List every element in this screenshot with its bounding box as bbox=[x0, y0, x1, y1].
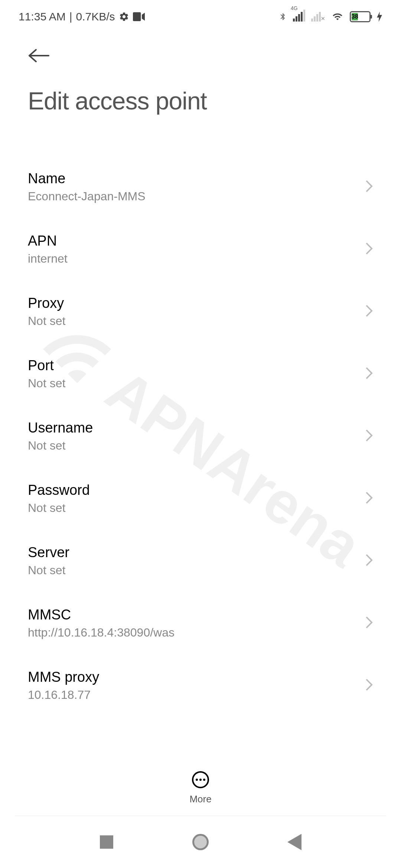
apn-name-row[interactable]: Name Econnect-Japan-MMS bbox=[0, 156, 401, 218]
status-data-rate: 0.7KB/s bbox=[76, 10, 115, 23]
mmsc-row[interactable]: MMSC http://10.16.18.4:38090/was bbox=[0, 592, 401, 654]
chevron-right-icon bbox=[365, 242, 373, 257]
chevron-right-icon bbox=[365, 304, 373, 319]
settings-gear-icon bbox=[119, 11, 129, 22]
mms-proxy-label: MMS proxy bbox=[28, 669, 358, 685]
chevron-right-icon bbox=[365, 616, 373, 631]
server-value: Not set bbox=[28, 563, 358, 577]
server-row[interactable]: Server Not set bbox=[0, 530, 401, 592]
square-icon bbox=[100, 835, 113, 849]
chevron-right-icon bbox=[365, 491, 373, 506]
port-label: Port bbox=[28, 358, 358, 374]
chevron-right-icon bbox=[365, 553, 373, 568]
password-row[interactable]: Password Not set bbox=[0, 467, 401, 530]
chevron-right-icon bbox=[365, 180, 373, 194]
more-dots-icon bbox=[192, 771, 209, 788]
proxy-value: Not set bbox=[28, 314, 358, 328]
page-header: Edit access point bbox=[0, 33, 401, 122]
apn-name-label: Name bbox=[28, 171, 358, 187]
port-row[interactable]: Port Not set bbox=[0, 343, 401, 405]
status-time: 11:35 AM bbox=[19, 10, 66, 23]
password-value: Not set bbox=[28, 501, 358, 515]
server-label: Server bbox=[28, 545, 358, 560]
charging-bolt-icon bbox=[376, 11, 382, 22]
more-label: More bbox=[189, 793, 211, 805]
proxy-row[interactable]: Proxy Not set bbox=[0, 280, 401, 343]
more-button[interactable]: More bbox=[0, 771, 401, 812]
chevron-right-icon bbox=[365, 366, 373, 381]
status-separator: | bbox=[69, 10, 72, 23]
mmsc-label: MMSC bbox=[28, 607, 358, 623]
navigation-bar bbox=[0, 816, 401, 868]
circle-icon bbox=[192, 834, 209, 850]
apn-value: internet bbox=[28, 252, 358, 266]
settings-list: APNArena Name Econnect-Japan-MMS APN int… bbox=[0, 122, 401, 779]
camera-icon bbox=[133, 12, 145, 21]
nav-home-button[interactable] bbox=[191, 833, 210, 851]
signal-sim2-no-service-icon: ✕ bbox=[311, 12, 325, 22]
apn-label: APN bbox=[28, 233, 358, 249]
triangle-icon bbox=[287, 834, 301, 850]
chevron-right-icon bbox=[365, 429, 373, 444]
battery-level: 38 bbox=[352, 13, 358, 20]
nav-back-button[interactable] bbox=[285, 833, 304, 851]
back-button[interactable] bbox=[28, 48, 373, 65]
mmsc-value: http://10.16.18.4:38090/was bbox=[28, 626, 358, 640]
mms-proxy-value: 10.16.18.77 bbox=[28, 688, 358, 702]
battery-icon: 38 bbox=[350, 11, 371, 22]
mms-proxy-row[interactable]: MMS proxy 10.16.18.77 bbox=[0, 654, 401, 717]
network-type-label: 4G bbox=[291, 5, 298, 11]
proxy-label: Proxy bbox=[28, 295, 358, 311]
username-row[interactable]: Username Not set bbox=[0, 405, 401, 467]
status-bar-right: 4G ✕ 38 bbox=[279, 10, 382, 24]
wifi-icon bbox=[331, 11, 344, 22]
username-value: Not set bbox=[28, 439, 358, 453]
apn-name-value: Econnect-Japan-MMS bbox=[28, 190, 358, 203]
status-bar: 11:35 AM | 0.7KB/s 4G bbox=[0, 0, 401, 33]
bluetooth-icon bbox=[279, 11, 287, 23]
port-value: Not set bbox=[28, 377, 358, 390]
chevron-right-icon bbox=[365, 678, 373, 693]
page-title: Edit access point bbox=[28, 87, 373, 115]
status-bar-left: 11:35 AM | 0.7KB/s bbox=[19, 10, 145, 23]
signal-sim1: 4G bbox=[293, 10, 305, 24]
nav-recents-button[interactable] bbox=[97, 833, 116, 851]
password-label: Password bbox=[28, 482, 358, 498]
svg-rect-0 bbox=[133, 12, 141, 21]
signal-bars-icon bbox=[293, 10, 305, 22]
username-label: Username bbox=[28, 420, 358, 436]
apn-row[interactable]: APN internet bbox=[0, 218, 401, 280]
